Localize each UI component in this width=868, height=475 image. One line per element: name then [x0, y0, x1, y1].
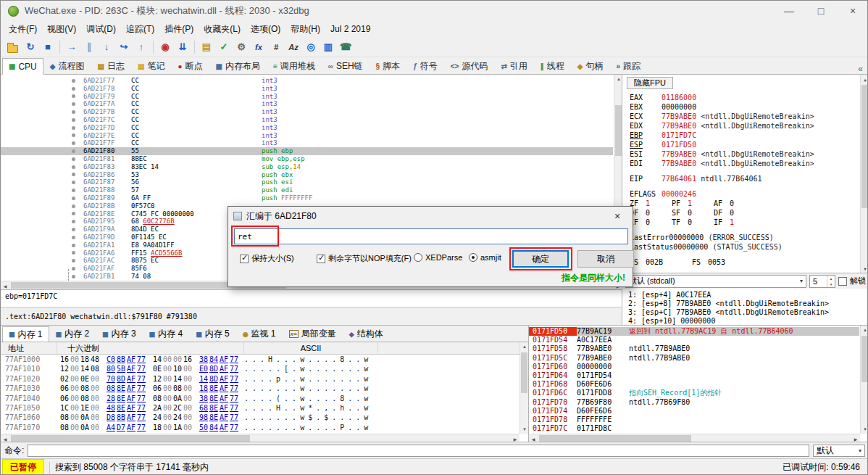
tab-call-stack[interactable]: ≡调用堆栈 — [267, 58, 322, 74]
register-line[interactable]: LastError00000000 (ERROR_SUCCESS) — [630, 233, 857, 242]
scrollbar-track[interactable] — [9, 434, 511, 442]
scroll-up-icon[interactable]: ▲ — [520, 342, 528, 351]
dump-row[interactable]: 77AF10501C001E00488EAF772A002C00688EAF77… — [1, 403, 372, 413]
stack-row[interactable]: 0171FD5077B9AC19返回到 ntdll.77B9AC19 自 ntd… — [529, 327, 859, 336]
patches-icon[interactable]: ▤ — [199, 39, 214, 55]
scroll-down-icon[interactable]: ▼ — [520, 425, 528, 434]
dump-row[interactable]: 77AF101012001408805BAF770E001000E08DAF77… — [1, 364, 372, 373]
record-trace-icon[interactable]: ◉ — [157, 39, 173, 55]
tab-watch1[interactable]: ◉监视 1 — [236, 326, 283, 342]
asmjit-control[interactable]: asmjit — [469, 253, 501, 262]
tab-struct[interactable]: ◆结构体 — [343, 326, 390, 342]
breakpoint-dot-icon[interactable] — [72, 87, 75, 91]
calling-convention-combo[interactable]: 默认 (stdcall) ▾ — [625, 275, 806, 288]
breakpoint-dot-icon[interactable] — [72, 118, 75, 122]
unlock-checkbox[interactable] — [838, 277, 847, 286]
register-line[interactable]: EDI77B9ABE0 <ntdll.DbgUiRemoteBreakin> — [630, 159, 857, 168]
dump-row[interactable]: 77AF103006000800088EAF7706000800188EAF77… — [1, 384, 372, 393]
disasm-row[interactable]: 6AD21F7FCCint3 — [1, 139, 613, 147]
tab-overflow-icon[interactable]: « — [858, 64, 863, 74]
scroll-down-icon[interactable]: ▼ — [861, 425, 868, 434]
stack-row[interactable]: 0171FD68D60FE6D6 — [529, 380, 859, 389]
breakpoint-dot-icon[interactable] — [72, 133, 75, 137]
scrollbar-thumb[interactable] — [11, 435, 250, 442]
trace-into-icon[interactable]: ⇊ — [175, 39, 191, 55]
disasm-row[interactable]: 6AD21F818BECmov ebp,esp — [1, 155, 613, 163]
keep-size-checkbox[interactable] — [240, 255, 249, 263]
register-line[interactable]: ESI77B9ABE0 <ntdll.DbgUiRemoteBreakin> — [630, 149, 857, 159]
register-line[interactable]: ESP0171FD50 — [630, 140, 857, 149]
tab-dump4[interactable]: ▦内存 4 — [143, 326, 190, 342]
stack-row[interactable]: 0171FD78FFFFFFFE — [529, 416, 859, 424]
menu-item[interactable]: 追踪(T) — [121, 22, 159, 37]
breakpoint-dot-icon[interactable] — [72, 102, 75, 106]
register-line[interactable]: EBX00000000 — [630, 102, 857, 112]
tab-graph[interactable]: ◆流程图 — [43, 58, 91, 74]
breakpoint-dot-icon[interactable] — [72, 94, 75, 98]
disasm-row[interactable]: 6AD21F8055push ebp — [1, 147, 613, 155]
menu-item[interactable]: 文件(F) — [4, 22, 42, 37]
stack-hscrollbar[interactable]: ◀ ▶ — [529, 434, 860, 442]
disasm-row[interactable]: 6AD21F7CCCint3 — [1, 116, 613, 124]
tab-cpu[interactable]: ▦CPU — [2, 58, 43, 75]
tab-threads[interactable]: ∥线程 — [534, 58, 571, 74]
cancel-button[interactable]: 取消 — [577, 250, 634, 268]
nop-fill-checkbox[interactable] — [317, 255, 325, 263]
command-profile-combo[interactable]: 默认 ▾ — [813, 445, 865, 457]
tab-trace[interactable]: »跟踪 — [609, 58, 647, 74]
minimize-button[interactable]: — — [773, 1, 805, 21]
register-line[interactable]: CF0TF0IF1 — [630, 218, 857, 227]
spinner-arrows[interactable]: ▴▾ — [827, 276, 835, 287]
menu-item[interactable]: 选项(O) — [246, 22, 285, 37]
tab-dump2[interactable]: ▦内存 2 — [49, 326, 96, 342]
hide-fpu-button[interactable]: 隐藏FPU — [627, 77, 673, 89]
stack-vscrollbar[interactable]: ▲ ▼ — [860, 326, 868, 434]
tab-handles[interactable]: ◆句柄 — [571, 58, 610, 74]
stack-arg-row[interactable]: 4: [esp+10] 00000000 — [628, 317, 868, 325]
breakpoint-dot-icon[interactable] — [72, 275, 75, 278]
stack-arg-row[interactable]: 1: [esp+4] A0C17EEA — [628, 291, 868, 300]
breakpoint-dot-icon[interactable] — [72, 110, 75, 114]
run-icon[interactable]: → — [64, 39, 80, 55]
breakpoint-dot-icon[interactable] — [72, 149, 75, 153]
breakpoint-dot-icon[interactable] — [72, 79, 75, 83]
disasm-row[interactable]: 6AD21F7ACCint3 — [1, 100, 613, 108]
disasm-row[interactable]: 6AD21F8857push edi — [1, 186, 613, 194]
spin-down-icon[interactable]: ▾ — [830, 281, 832, 287]
breakpoint-dot-icon[interactable] — [72, 181, 75, 184]
stack-row[interactable]: 0171FD5C77B9ABE0ntdll.77B9ABE0 — [529, 354, 859, 363]
xedparse-radio[interactable] — [414, 253, 422, 262]
tab-notes[interactable]: ▤笔记 — [131, 58, 171, 74]
tab-symbols[interactable]: ƒ符号 — [406, 58, 444, 74]
ok-button[interactable]: 确定 — [512, 250, 569, 268]
open-file-icon[interactable] — [7, 45, 18, 53]
scrollbar-thumb[interactable] — [861, 336, 868, 382]
disasm-row[interactable]: 6AD21F7ECCint3 — [1, 132, 613, 140]
scroll-up-icon[interactable]: ▲ — [861, 326, 868, 334]
search-pattern-icon[interactable]: ▥ — [320, 39, 336, 55]
breakpoint-dot-icon[interactable] — [72, 251, 75, 255]
breakpoint-dot-icon[interactable] — [72, 165, 75, 169]
dump-row[interactable]: 77AF100016001848C08BAF77140000163884AF77… — [1, 355, 372, 364]
disasm-row[interactable]: 6AD21F78CCint3 — [1, 85, 613, 93]
scroll-right-icon[interactable]: ▶ — [511, 434, 519, 442]
tab-dump5[interactable]: ▦内存 5 — [189, 326, 236, 342]
find-strings-icon[interactable]: ◎ — [303, 39, 319, 55]
nop-fill-control[interactable]: 剩余字节以NOP填充(F) — [317, 253, 412, 264]
xedparse-control[interactable]: XEDParse — [414, 253, 462, 262]
pause-icon[interactable]: ∥ — [81, 39, 97, 55]
scroll-down-icon[interactable]: ▼ — [861, 264, 868, 273]
scrollbar-thumb[interactable] — [861, 85, 868, 208]
assembler-icon[interactable]: fx — [251, 39, 267, 55]
breakpoint-dot-icon[interactable] — [72, 197, 75, 200]
stack-arguments-pane[interactable]: 1: [esp+4] A0C17EEA2: [esp+8] 77B9ABE0 <… — [622, 289, 868, 325]
stack-row[interactable]: 0171FD6C0171FDD8指向SEH_Record[1]的指针 — [529, 389, 859, 397]
tab-log[interactable]: ▤日志 — [91, 58, 131, 74]
stack-row[interactable]: 0171FD74D60FE6D6 — [529, 407, 859, 416]
scrollbar-thumb[interactable] — [615, 105, 622, 156]
disasm-row[interactable]: 6AD21F896A FFpush FFFFFFFF — [1, 194, 613, 202]
close-button[interactable]: × — [837, 1, 868, 21]
stack-row[interactable]: 0171FD54A0C17EEA — [529, 336, 859, 344]
tab-dump3[interactable]: ▦内存 3 — [96, 326, 143, 342]
tab-breakpoints[interactable]: ●断点 — [171, 58, 209, 74]
